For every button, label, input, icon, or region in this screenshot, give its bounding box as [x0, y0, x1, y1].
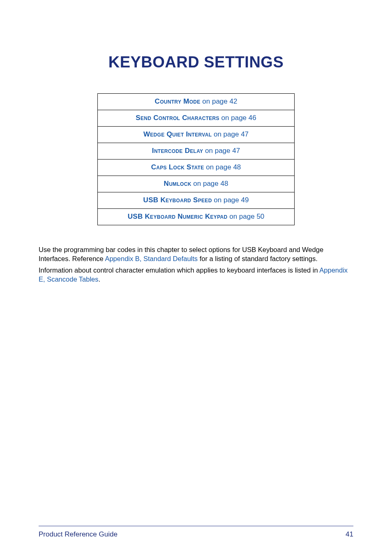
toc-link-send-control-characters[interactable]: Send Control Characters on page 46	[98, 110, 294, 127]
toc-link-wedge-quiet-interval[interactable]: Wedge Quiet Interval on page 47	[98, 127, 294, 143]
body-text: Use the programming bar codes in this ch…	[39, 245, 353, 284]
toc-link-country-mode[interactable]: Country Mode on page 42	[98, 94, 294, 110]
toc-label: Intercode Delay	[152, 147, 203, 155]
footer-page-number: 41	[346, 530, 353, 539]
toc-label: USB Keyboard Numeric Keypad	[128, 213, 228, 220]
toc-link-intercode-delay[interactable]: Intercode Delay on page 47	[98, 143, 294, 160]
link-appendix-b[interactable]: Appendix B, Standard Defaults	[105, 255, 198, 262]
toc-page: on page 47	[212, 130, 249, 138]
page-footer: Product Reference Guide 41	[39, 530, 353, 539]
toc-link-numlock[interactable]: Numlock on page 48	[98, 176, 294, 192]
toc-page: on page 46	[219, 114, 256, 122]
footer-rule	[39, 526, 353, 526]
toc-label: Caps Lock State	[151, 163, 204, 171]
toc-page: on page 49	[212, 196, 249, 204]
toc-label: Numlock	[164, 180, 191, 187]
body-span: .	[99, 275, 101, 283]
toc-link-usb-keyboard-speed[interactable]: USB Keyboard Speed on page 49	[98, 192, 294, 209]
toc-link-usb-keyboard-numeric-keypad[interactable]: USB Keyboard Numeric Keypad on page 50	[98, 209, 294, 225]
body-span: for a listing of standard factory settin…	[198, 255, 318, 262]
toc-page: on page 47	[203, 147, 240, 155]
toc-label: USB Keyboard Speed	[143, 196, 212, 204]
toc-page: on page 48	[191, 180, 228, 187]
toc-link-caps-lock-state[interactable]: Caps Lock State on page 48	[98, 160, 294, 176]
toc-label: Country Mode	[155, 97, 201, 105]
toc-page: on page 48	[204, 163, 241, 171]
body-span: Information about control character emul…	[39, 266, 319, 274]
toc-label: Send Control Characters	[136, 114, 219, 122]
page-title: KEYBOARD SETTINGS	[39, 53, 353, 71]
toc-page: on page 42	[201, 97, 238, 105]
toc-page: on page 50	[227, 213, 264, 220]
footer-title: Product Reference Guide	[39, 530, 118, 539]
toc-table: Country Mode on page 42 Send Control Cha…	[97, 93, 295, 225]
toc-label: Wedge Quiet Interval	[143, 130, 212, 138]
